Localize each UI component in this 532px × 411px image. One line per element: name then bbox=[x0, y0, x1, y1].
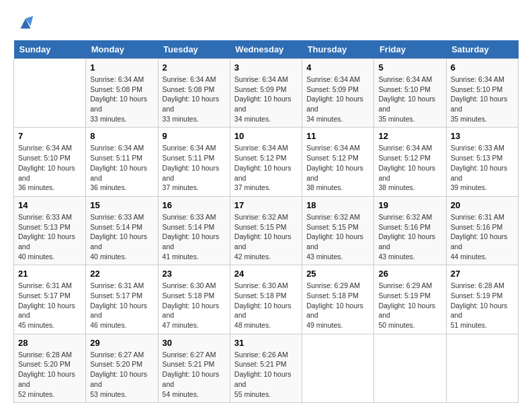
calendar-cell: 27Sunrise: 6:28 AMSunset: 5:19 PMDayligh… bbox=[446, 265, 518, 334]
calendar-cell: 9Sunrise: 6:34 AMSunset: 5:11 PMDaylight… bbox=[158, 128, 230, 196]
week-row-4: 21Sunrise: 6:31 AMSunset: 5:17 PMDayligh… bbox=[14, 265, 519, 334]
calendar-cell: 7Sunrise: 6:34 AMSunset: 5:10 PMDaylight… bbox=[14, 128, 86, 196]
day-info: Sunrise: 6:34 AMSunset: 5:10 PMDaylight:… bbox=[18, 143, 81, 192]
day-number: 25 bbox=[306, 269, 369, 279]
calendar-cell: 6Sunrise: 6:34 AMSunset: 5:10 PMDaylight… bbox=[446, 59, 518, 128]
day-info: Sunrise: 6:32 AMSunset: 5:16 PMDaylight:… bbox=[378, 212, 441, 261]
page-header bbox=[13, 13, 519, 34]
calendar-cell: 30Sunrise: 6:27 AMSunset: 5:21 PMDayligh… bbox=[158, 334, 230, 402]
day-number: 19 bbox=[378, 200, 441, 210]
day-number: 16 bbox=[163, 200, 226, 210]
day-number: 18 bbox=[306, 200, 369, 210]
day-number: 9 bbox=[163, 131, 226, 141]
col-header-friday: Friday bbox=[374, 40, 446, 59]
col-header-tuesday: Tuesday bbox=[158, 40, 230, 59]
calendar-cell bbox=[446, 334, 518, 402]
day-info: Sunrise: 6:34 AMSunset: 5:12 PMDaylight:… bbox=[234, 143, 298, 192]
day-info: Sunrise: 6:34 AMSunset: 5:10 PMDaylight:… bbox=[378, 75, 441, 124]
day-info: Sunrise: 6:34 AMSunset: 5:12 PMDaylight:… bbox=[306, 143, 369, 192]
header-row: SundayMondayTuesdayWednesdayThursdayFrid… bbox=[14, 40, 519, 59]
day-info: Sunrise: 6:26 AMSunset: 5:21 PMDaylight:… bbox=[234, 350, 298, 399]
calendar-cell: 18Sunrise: 6:32 AMSunset: 5:15 PMDayligh… bbox=[302, 196, 374, 265]
calendar-table: SundayMondayTuesdayWednesdayThursdayFrid… bbox=[13, 40, 519, 403]
day-number: 3 bbox=[234, 62, 298, 73]
day-info: Sunrise: 6:30 AMSunset: 5:18 PMDaylight:… bbox=[234, 281, 298, 330]
calendar-cell: 21Sunrise: 6:31 AMSunset: 5:17 PMDayligh… bbox=[14, 265, 86, 334]
day-number: 13 bbox=[451, 131, 514, 141]
calendar-body: 1Sunrise: 6:34 AMSunset: 5:08 PMDaylight… bbox=[14, 59, 519, 403]
day-info: Sunrise: 6:32 AMSunset: 5:15 PMDaylight:… bbox=[234, 212, 298, 261]
col-header-saturday: Saturday bbox=[446, 40, 518, 59]
calendar-cell: 11Sunrise: 6:34 AMSunset: 5:12 PMDayligh… bbox=[302, 128, 374, 196]
day-number: 30 bbox=[163, 338, 226, 348]
day-info: Sunrise: 6:28 AMSunset: 5:19 PMDaylight:… bbox=[451, 281, 514, 330]
day-number: 23 bbox=[163, 269, 226, 279]
calendar-cell: 8Sunrise: 6:34 AMSunset: 5:11 PMDaylight… bbox=[86, 128, 158, 196]
calendar-cell: 16Sunrise: 6:33 AMSunset: 5:14 PMDayligh… bbox=[158, 196, 230, 265]
day-info: Sunrise: 6:33 AMSunset: 5:14 PMDaylight:… bbox=[163, 212, 226, 261]
day-info: Sunrise: 6:30 AMSunset: 5:18 PMDaylight:… bbox=[163, 281, 226, 330]
calendar-cell: 23Sunrise: 6:30 AMSunset: 5:18 PMDayligh… bbox=[158, 265, 230, 334]
calendar-cell: 13Sunrise: 6:33 AMSunset: 5:13 PMDayligh… bbox=[446, 128, 518, 196]
day-info: Sunrise: 6:32 AMSunset: 5:15 PMDaylight:… bbox=[306, 212, 369, 261]
calendar-cell bbox=[374, 334, 446, 402]
day-number: 31 bbox=[234, 338, 298, 348]
day-number: 21 bbox=[18, 269, 81, 279]
calendar-cell: 1Sunrise: 6:34 AMSunset: 5:08 PMDaylight… bbox=[86, 59, 158, 128]
calendar-cell: 12Sunrise: 6:34 AMSunset: 5:12 PMDayligh… bbox=[374, 128, 446, 196]
day-number: 10 bbox=[234, 131, 298, 141]
day-number: 7 bbox=[18, 131, 81, 141]
day-info: Sunrise: 6:34 AMSunset: 5:11 PMDaylight:… bbox=[163, 143, 226, 192]
day-info: Sunrise: 6:29 AMSunset: 5:19 PMDaylight:… bbox=[378, 281, 441, 330]
day-number: 26 bbox=[378, 269, 441, 279]
col-header-wednesday: Wednesday bbox=[230, 40, 302, 59]
day-number: 5 bbox=[378, 62, 441, 73]
day-info: Sunrise: 6:27 AMSunset: 5:21 PMDaylight:… bbox=[163, 350, 226, 399]
week-row-2: 7Sunrise: 6:34 AMSunset: 5:10 PMDaylight… bbox=[14, 128, 519, 196]
calendar-cell: 5Sunrise: 6:34 AMSunset: 5:10 PMDaylight… bbox=[374, 59, 446, 128]
day-info: Sunrise: 6:31 AMSunset: 5:17 PMDaylight:… bbox=[90, 281, 153, 330]
calendar-cell: 20Sunrise: 6:31 AMSunset: 5:16 PMDayligh… bbox=[446, 196, 518, 265]
calendar-cell: 19Sunrise: 6:32 AMSunset: 5:16 PMDayligh… bbox=[374, 196, 446, 265]
day-info: Sunrise: 6:33 AMSunset: 5:13 PMDaylight:… bbox=[18, 212, 81, 261]
day-number: 17 bbox=[234, 200, 298, 210]
day-number: 4 bbox=[306, 62, 369, 73]
day-info: Sunrise: 6:34 AMSunset: 5:09 PMDaylight:… bbox=[234, 75, 298, 124]
calendar-cell bbox=[302, 334, 374, 402]
calendar-cell: 3Sunrise: 6:34 AMSunset: 5:09 PMDaylight… bbox=[230, 59, 302, 128]
day-number: 12 bbox=[378, 131, 441, 141]
day-number: 8 bbox=[90, 131, 153, 141]
calendar-cell: 29Sunrise: 6:27 AMSunset: 5:20 PMDayligh… bbox=[86, 334, 158, 402]
calendar-cell: 31Sunrise: 6:26 AMSunset: 5:21 PMDayligh… bbox=[230, 334, 302, 402]
week-row-5: 28Sunrise: 6:28 AMSunset: 5:20 PMDayligh… bbox=[14, 334, 519, 402]
calendar-cell: 2Sunrise: 6:34 AMSunset: 5:08 PMDaylight… bbox=[158, 59, 230, 128]
day-number: 24 bbox=[234, 269, 298, 279]
day-number: 28 bbox=[18, 338, 81, 348]
day-info: Sunrise: 6:31 AMSunset: 5:17 PMDaylight:… bbox=[18, 281, 81, 330]
day-info: Sunrise: 6:34 AMSunset: 5:10 PMDaylight:… bbox=[451, 75, 514, 124]
calendar-cell: 28Sunrise: 6:28 AMSunset: 5:20 PMDayligh… bbox=[14, 334, 86, 402]
week-row-1: 1Sunrise: 6:34 AMSunset: 5:08 PMDaylight… bbox=[14, 59, 519, 128]
day-info: Sunrise: 6:31 AMSunset: 5:16 PMDaylight:… bbox=[451, 212, 514, 261]
day-info: Sunrise: 6:28 AMSunset: 5:20 PMDaylight:… bbox=[18, 350, 81, 399]
day-number: 1 bbox=[90, 62, 153, 73]
calendar-cell: 14Sunrise: 6:33 AMSunset: 5:13 PMDayligh… bbox=[14, 196, 86, 265]
day-number: 20 bbox=[451, 200, 514, 210]
day-info: Sunrise: 6:34 AMSunset: 5:08 PMDaylight:… bbox=[90, 75, 153, 124]
day-number: 14 bbox=[18, 200, 81, 210]
calendar-cell: 4Sunrise: 6:34 AMSunset: 5:09 PMDaylight… bbox=[302, 59, 374, 128]
day-info: Sunrise: 6:29 AMSunset: 5:18 PMDaylight:… bbox=[306, 281, 369, 330]
calendar-cell: 26Sunrise: 6:29 AMSunset: 5:19 PMDayligh… bbox=[374, 265, 446, 334]
day-number: 29 bbox=[90, 338, 153, 348]
day-number: 22 bbox=[90, 269, 153, 279]
logo bbox=[13, 13, 36, 34]
calendar-header: SundayMondayTuesdayWednesdayThursdayFrid… bbox=[14, 40, 519, 59]
day-number: 15 bbox=[90, 200, 153, 210]
day-info: Sunrise: 6:33 AMSunset: 5:14 PMDaylight:… bbox=[90, 212, 153, 261]
logo-icon bbox=[15, 13, 36, 34]
calendar-cell: 25Sunrise: 6:29 AMSunset: 5:18 PMDayligh… bbox=[302, 265, 374, 334]
day-number: 6 bbox=[451, 62, 514, 73]
day-info: Sunrise: 6:33 AMSunset: 5:13 PMDaylight:… bbox=[451, 143, 514, 192]
day-info: Sunrise: 6:34 AMSunset: 5:11 PMDaylight:… bbox=[90, 143, 153, 192]
day-info: Sunrise: 6:34 AMSunset: 5:12 PMDaylight:… bbox=[378, 143, 441, 192]
